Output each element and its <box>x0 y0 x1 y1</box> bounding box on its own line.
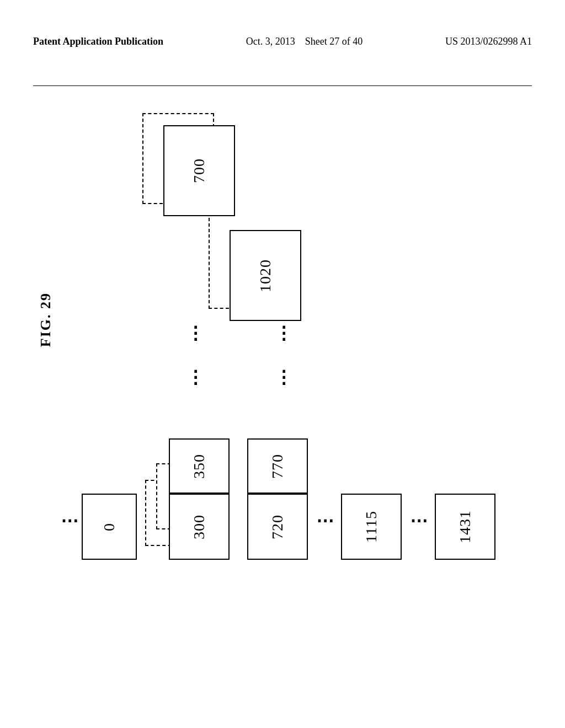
dots-between-1115-1431: ⋯ <box>410 510 429 531</box>
box-0: 0 <box>82 494 137 560</box>
dots-col2-lower: ⋮ <box>275 367 294 388</box>
box-700: 700 <box>163 125 235 216</box>
box-720-label: 720 <box>269 515 286 539</box>
dots-col1-lower: ⋮ <box>186 367 205 388</box>
header-sheet: Sheet 27 of 40 <box>305 36 363 47</box>
dots-col1-upper: ⋮ <box>186 323 205 344</box>
box-720: 720 <box>247 494 308 560</box>
header-title: Patent Application Publication <box>33 35 163 49</box>
header-date: Oct. 3, 2013 <box>246 36 295 47</box>
box-1020-label: 1020 <box>257 259 274 292</box>
box-350: 350 <box>169 438 230 494</box>
box-700-label: 700 <box>190 158 208 183</box>
box-350-label: 350 <box>190 454 208 479</box>
box-1020: 1020 <box>230 230 301 321</box>
diagram-area: 719 700 1020 ⋮ ⋮ ⋮ ⋮ ⋯ 0 349 399 <box>38 97 527 690</box>
box-1115: 1115 <box>341 494 402 560</box>
dots-col2-upper: ⋮ <box>275 323 294 344</box>
box-770-label: 770 <box>269 454 286 479</box>
header-date-sheet: Oct. 3, 2013 Sheet 27 of 40 <box>246 35 363 49</box>
header-patent-number: US 2013/0262998 A1 <box>445 35 532 49</box>
box-770: 770 <box>247 438 308 494</box>
box-0-label: 0 <box>100 523 118 531</box>
box-1431: 1431 <box>435 494 495 560</box>
box-1115-label: 1115 <box>363 511 380 543</box>
box-1431-label: 1431 <box>456 510 474 543</box>
box-300: 300 <box>169 494 230 560</box>
dots-between-720-1115: ⋯ <box>316 510 335 531</box>
page-header: Patent Application Publication Oct. 3, 2… <box>0 35 565 49</box>
box-300-label: 300 <box>190 515 208 539</box>
header-divider <box>33 85 532 86</box>
dots-row-left: ⋯ <box>61 510 79 531</box>
